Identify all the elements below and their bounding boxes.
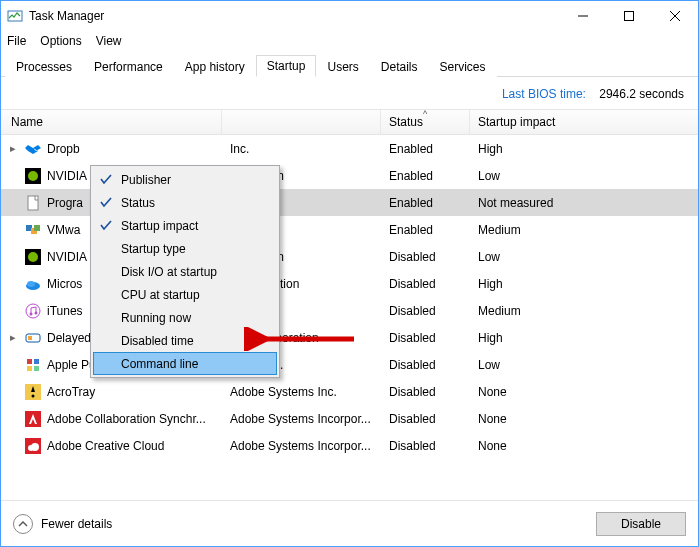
row-name: Adobe Creative Cloud — [47, 439, 164, 453]
row-name: Dropb — [47, 142, 80, 156]
nvidia-icon — [25, 249, 41, 265]
bottombar: Fewer details Disable — [1, 500, 698, 546]
tab-users[interactable]: Users — [316, 56, 369, 77]
context-menu-item[interactable]: Status — [93, 191, 277, 214]
expander-icon[interactable]: ▸ — [7, 142, 19, 155]
context-menu-item[interactable]: Command line — [93, 352, 277, 375]
svg-rect-7 — [28, 196, 38, 210]
context-menu-label: Command line — [121, 357, 198, 371]
titlebar: Task Manager — [1, 1, 698, 31]
menubar: File Options View — [1, 31, 698, 51]
row-impact: None — [470, 412, 698, 426]
file-icon — [25, 195, 41, 211]
svg-point-17 — [35, 311, 38, 314]
row-status: Disabled — [381, 358, 470, 372]
svg-point-6 — [28, 171, 38, 181]
itunes-icon — [25, 303, 41, 319]
row-name: AcroTray — [47, 385, 95, 399]
context-menu-label: CPU at startup — [121, 288, 200, 302]
row-name: Micros — [47, 277, 82, 291]
expander-icon[interactable]: ▸ — [7, 331, 19, 344]
check-icon — [99, 172, 113, 186]
column-publisher[interactable] — [222, 110, 381, 134]
bios-value: 2946.2 seconds — [599, 87, 684, 101]
chevron-up-icon — [13, 514, 33, 534]
tab-services[interactable]: Services — [429, 56, 497, 77]
row-impact: High — [470, 142, 698, 156]
context-menu-item[interactable]: Running now — [93, 306, 277, 329]
bios-time: Last BIOS time: 2946.2 seconds — [1, 77, 698, 109]
tab-details[interactable]: Details — [370, 56, 429, 77]
row-impact: None — [470, 385, 698, 399]
bios-label: Last BIOS time: — [502, 87, 586, 101]
row-status: Disabled — [381, 412, 470, 426]
onedrive-icon — [25, 276, 41, 292]
maximize-button[interactable] — [606, 1, 652, 31]
row-name: NVIDIA — [47, 169, 87, 183]
svg-rect-2 — [625, 12, 634, 21]
menu-view[interactable]: View — [96, 34, 122, 48]
dropbox-icon — [25, 141, 41, 157]
row-status: Disabled — [381, 385, 470, 399]
tab-processes[interactable]: Processes — [5, 56, 83, 77]
cc-icon — [25, 438, 41, 454]
row-impact: Low — [470, 250, 698, 264]
nvidia-icon — [25, 168, 41, 184]
row-status: Disabled — [381, 331, 470, 345]
close-button[interactable] — [652, 1, 698, 31]
row-status: Disabled — [381, 439, 470, 453]
row-impact: High — [470, 277, 698, 291]
tab-performance[interactable]: Performance — [83, 56, 174, 77]
intel-icon — [25, 330, 41, 346]
row-impact: Not measured — [470, 196, 698, 210]
adobe-icon — [25, 411, 41, 427]
context-menu-label: Status — [121, 196, 155, 210]
window-title: Task Manager — [29, 9, 104, 23]
row-status: Disabled — [381, 304, 470, 318]
row-status: Enabled — [381, 196, 470, 210]
table-row[interactable]: ▸DropbInc.EnabledHigh — [1, 135, 698, 162]
svg-point-16 — [30, 312, 33, 315]
disable-button[interactable]: Disable — [596, 512, 686, 536]
menu-file[interactable]: File — [7, 34, 26, 48]
row-name: NVIDIA — [47, 250, 87, 264]
svg-rect-21 — [27, 359, 32, 364]
svg-point-15 — [26, 304, 40, 318]
row-impact: Low — [470, 358, 698, 372]
tab-startup[interactable]: Startup — [256, 55, 317, 77]
table-row[interactable]: Adobe Creative CloudAdobe Systems Incorp… — [1, 432, 698, 459]
svg-point-12 — [28, 252, 38, 262]
row-name: Adobe Collaboration Synchr... — [47, 412, 206, 426]
context-menu-label: Publisher — [121, 173, 171, 187]
context-menu-item[interactable]: Disabled time — [93, 329, 277, 352]
context-menu-label: Startup type — [121, 242, 186, 256]
minimize-button[interactable] — [560, 1, 606, 31]
context-menu-item[interactable]: Startup impact — [93, 214, 277, 237]
context-menu-label: Running now — [121, 311, 191, 325]
column-impact[interactable]: Startup impact — [470, 110, 698, 134]
column-name[interactable]: Name — [1, 110, 222, 134]
svg-rect-22 — [34, 359, 39, 364]
context-menu-item[interactable]: Disk I/O at startup — [93, 260, 277, 283]
context-menu-label: Startup impact — [121, 219, 198, 233]
svg-point-26 — [32, 394, 35, 397]
context-menu-item[interactable]: Startup type — [93, 237, 277, 260]
context-menu-item[interactable]: Publisher — [93, 168, 277, 191]
table-row[interactable]: Adobe Collaboration Synchr...Adobe Syste… — [1, 405, 698, 432]
app-icon — [7, 8, 23, 24]
column-status[interactable]: ^ Status — [381, 110, 470, 134]
row-status: Enabled — [381, 169, 470, 183]
row-name: Progra — [47, 196, 83, 210]
context-menu-item[interactable]: CPU at startup — [93, 283, 277, 306]
row-status: Enabled — [381, 142, 470, 156]
context-menu-label: Disk I/O at startup — [121, 265, 217, 279]
table-header: Name ^ Status Startup impact — [1, 109, 698, 135]
svg-rect-19 — [28, 336, 32, 340]
row-status: Enabled — [381, 223, 470, 237]
fewer-details-button[interactable]: Fewer details — [13, 514, 112, 534]
row-status: Disabled — [381, 277, 470, 291]
check-icon — [99, 195, 113, 209]
tab-apphistory[interactable]: App history — [174, 56, 256, 77]
table-row[interactable]: AcroTrayAdobe Systems Inc.DisabledNone — [1, 378, 698, 405]
menu-options[interactable]: Options — [40, 34, 81, 48]
